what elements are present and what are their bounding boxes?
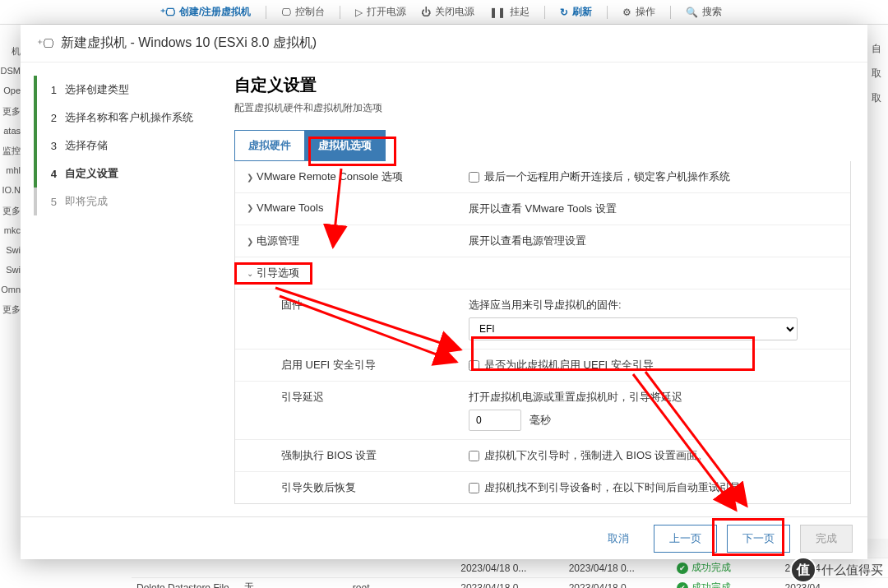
modal-title: 新建虚拟机 - Windows 10 (ESXi 8.0 虚拟机) xyxy=(61,35,317,52)
toolbar-actions[interactable]: ⚙ 操作 xyxy=(622,5,655,19)
row-remote-console[interactable]: ❯VMware Remote Console 选项 最后一个远程用户断开连接后，… xyxy=(235,161,850,193)
table-row: 2023/04/18 0...2023/04/18 0...成功完成2023/0… xyxy=(132,558,888,578)
content-heading: 自定义设置 xyxy=(234,74,851,96)
wizard-step-2[interactable]: 2选择名称和客户机操作系统 xyxy=(34,104,210,132)
wizard-steps: 1选择创建类型 2选择名称和客户机操作系统 3选择存储 4自定义设置 5即将完成 xyxy=(21,63,210,516)
watermark-icon: 值 xyxy=(790,557,816,583)
background-sidebar: 机 DSM Ope 更多 atas 监控 mhl IO.N 更多 mkc Swi… xyxy=(0,25,21,518)
wizard-step-5[interactable]: 5即将完成 xyxy=(34,188,210,215)
wizard-step-1[interactable]: 1选择创建类型 xyxy=(34,76,210,104)
row-force-bios: 强制执行 BIOS 设置 虚拟机下次引导时，强制进入 BIOS 设置画面。 xyxy=(235,440,850,472)
tab-virtual-hardware[interactable]: 虚拟硬件 xyxy=(234,130,304,161)
toolbar-suspend[interactable]: ❚❚ 挂起 xyxy=(489,5,530,19)
next-button[interactable]: 下一页 xyxy=(727,525,790,553)
toolbar-refresh[interactable]: ↻ 刷新 xyxy=(560,5,592,19)
firmware-select[interactable]: EFI xyxy=(469,317,798,340)
toolbar-power-on[interactable]: ▷ 打开电源 xyxy=(355,5,406,19)
vm-icon: ⁺🖵 xyxy=(37,37,54,50)
row-boot-fail-recovery: 引导失败后恢复 虚拟机找不到引导设备时，在以下时间后自动重试引导 xyxy=(235,472,850,503)
remote-console-lock-checkbox[interactable] xyxy=(469,172,479,183)
row-firmware: 固件 选择应当用来引导虚拟机的固件: EFI xyxy=(235,289,850,350)
toolbar-create-vm[interactable]: ⁺🖵 创建/注册虚拟机 xyxy=(160,5,251,19)
wizard-step-4[interactable]: 4自定义设置 xyxy=(34,160,210,188)
new-vm-wizard-modal: ⁺🖵 新建虚拟机 - Windows 10 (ESXi 8.0 虚拟机) 1选择… xyxy=(21,25,867,559)
toolbar-console[interactable]: 🖵 控制台 xyxy=(281,5,325,19)
prev-button[interactable]: 上一页 xyxy=(654,525,717,553)
content-subtitle: 配置虚拟机硬件和虚拟机附加选项 xyxy=(234,101,851,115)
wizard-step-3[interactable]: 3选择存储 xyxy=(34,132,210,160)
row-secure-boot: 启用 UEFI 安全引导 是否为此虚拟机启用 UEFI 安全引导 xyxy=(235,350,850,382)
row-boot-options[interactable]: ⌄引导选项 xyxy=(235,257,850,289)
chevron-right-icon: ❯ xyxy=(247,173,253,182)
settings-tabs: 虚拟硬件 虚拟机选项 xyxy=(234,130,851,161)
chevron-down-icon: ⌄ xyxy=(247,269,253,278)
watermark: 值 什么值得买 xyxy=(790,557,883,583)
force-bios-checkbox[interactable] xyxy=(469,451,479,461)
modal-footer: 取消 上一页 下一页 完成 xyxy=(21,516,867,559)
wizard-content: 自定义设置 配置虚拟机硬件和虚拟机附加选项 虚拟硬件 虚拟机选项 ❯VMware… xyxy=(210,63,867,516)
boot-delay-input[interactable] xyxy=(469,410,521,431)
toolbar-power-off[interactable]: ⏻ 关闭电源 xyxy=(421,5,474,19)
row-power-management[interactable]: ❯电源管理 展开以查看电源管理设置 xyxy=(235,225,850,257)
chevron-right-icon: ❯ xyxy=(247,203,253,212)
cancel-button[interactable]: 取消 xyxy=(593,525,644,552)
row-boot-delay: 引导延迟 打开虚拟机电源或重置虚拟机时，引导将延迟 毫秒 xyxy=(235,382,850,440)
chevron-right-icon: ❯ xyxy=(247,237,253,246)
background-right-fragments: 自 取 取 xyxy=(872,36,888,110)
main-toolbar: ⁺🖵 创建/注册虚拟机 🖵 控制台 ▷ 打开电源 ⏻ 关闭电源 ❚❚ 挂起 ↻ … xyxy=(0,0,888,25)
toolbar-search[interactable]: 🔍 搜索 xyxy=(686,5,722,19)
options-panel: ❯VMware Remote Console 选项 最后一个远程用户断开连接后，… xyxy=(234,161,851,504)
finish-button: 完成 xyxy=(800,525,853,553)
modal-header: ⁺🖵 新建虚拟机 - Windows 10 (ESXi 8.0 虚拟机) xyxy=(21,25,867,63)
watermark-text: 什么值得买 xyxy=(821,563,883,578)
secure-boot-checkbox[interactable] xyxy=(469,360,479,371)
tab-vm-options[interactable]: 虚拟机选项 xyxy=(304,130,386,161)
row-vmware-tools[interactable]: ❯VMware Tools 展开以查看 VMware Tools 设置 xyxy=(235,193,850,225)
table-row: Delete Datastore File无root2023/04/18 0..… xyxy=(132,578,888,588)
boot-fail-checkbox[interactable] xyxy=(469,483,479,493)
